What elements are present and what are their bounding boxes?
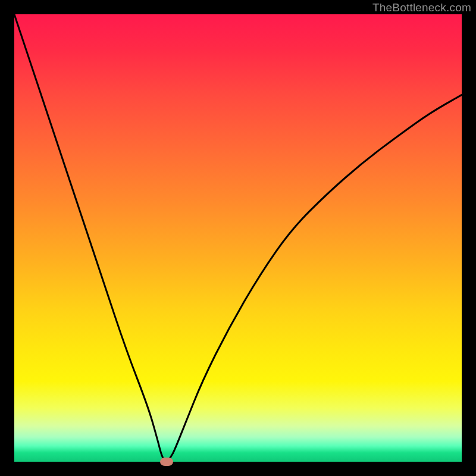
chart-frame: TheBottleneck.com bbox=[0, 0, 476, 476]
bottleneck-marker bbox=[160, 458, 173, 466]
bottleneck-curve bbox=[14, 14, 462, 462]
plot-area bbox=[14, 14, 462, 462]
watermark-text: TheBottleneck.com bbox=[372, 1, 471, 14]
